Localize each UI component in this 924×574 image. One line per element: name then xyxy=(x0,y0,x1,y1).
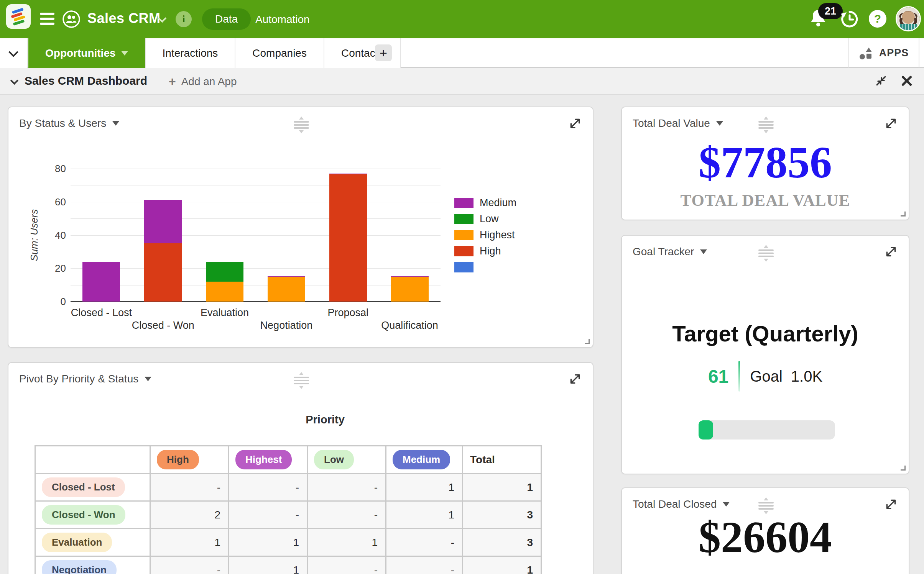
apps-icon xyxy=(859,47,875,60)
pivot-row-closed-won: Closed - Won2--13 xyxy=(35,501,541,529)
dropdown-triangle-icon xyxy=(145,377,151,381)
workspace-title[interactable]: Sales CRM xyxy=(87,10,161,26)
card-title: Total Deal Value xyxy=(633,117,710,130)
dropdown-triangle-icon xyxy=(112,121,119,126)
total-deal-value-title-dropdown[interactable]: Total Deal Value xyxy=(633,117,723,130)
pivot-header-row: HighHighestLowMediumTotal xyxy=(35,446,541,474)
expand-card-icon[interactable] xyxy=(568,116,582,130)
expand-card-icon[interactable] xyxy=(884,245,898,259)
dropdown-triangle-icon xyxy=(723,502,730,507)
user-avatar[interactable] xyxy=(896,6,921,31)
top-app-bar: Sales CRM i Data Automation 21 ? xyxy=(0,0,924,38)
dropdown-triangle-icon xyxy=(700,249,707,254)
table-tab-bar: OpportunitiesInteractionsCompaniesContac… xyxy=(0,38,924,68)
help-icon[interactable]: ? xyxy=(869,10,886,28)
expand-card-icon[interactable] xyxy=(884,497,898,511)
dashboard-collapse-chevron-icon[interactable] xyxy=(10,77,18,85)
status-pill: Negotiation xyxy=(42,560,117,574)
pivot-title-dropdown[interactable]: Pivot By Priority & Status xyxy=(19,373,151,385)
priority-pill: Low xyxy=(314,450,354,469)
resize-handle-icon[interactable] xyxy=(901,212,906,216)
bar-segment-highest-4 xyxy=(268,277,305,302)
history-icon[interactable] xyxy=(840,9,860,31)
bar-segment-highest-6 xyxy=(391,277,429,302)
legend-item: High xyxy=(454,246,516,256)
tab-interactions[interactable]: Interactions xyxy=(146,38,236,68)
pivot-value-cell: - xyxy=(150,556,229,574)
gridline xyxy=(71,218,441,219)
expand-card-icon[interactable] xyxy=(568,372,582,386)
pivot-corner-cell xyxy=(35,446,150,474)
pivot-value-cell: 1 xyxy=(150,529,229,556)
drag-handle-icon[interactable] xyxy=(758,245,774,262)
bar-segment-medium-2 xyxy=(144,200,182,243)
drag-handle-icon[interactable] xyxy=(758,116,774,133)
nav-data-button[interactable]: Data xyxy=(202,8,251,30)
tab-companies[interactable]: Companies xyxy=(235,38,324,68)
hamburger-menu-icon[interactable] xyxy=(40,11,55,26)
pivot-column-header-medium: Medium xyxy=(386,446,463,474)
tab-label: Interactions xyxy=(163,47,218,59)
pivot-row-label-cell: Closed - Lost xyxy=(35,474,150,501)
minimize-dashboard-icon[interactable] xyxy=(874,74,888,88)
x-axis-line xyxy=(71,301,441,302)
legend-item: Low xyxy=(454,214,516,224)
nav-automation-button[interactable]: Automation xyxy=(255,13,310,26)
by-status-users-title-dropdown[interactable]: By Status & Users xyxy=(19,117,119,130)
goal-tracker-title-dropdown[interactable]: Goal Tracker xyxy=(633,246,707,258)
pivot-column-header-low: Low xyxy=(307,446,386,474)
pivot-value-cell: - xyxy=(307,501,386,529)
x-axis-label: Evaluation xyxy=(201,307,249,319)
dashboard-header-bar: Sales CRM Dashboard + Add an App xyxy=(0,68,924,95)
total-deal-closed-title-dropdown[interactable]: Total Deal Closed xyxy=(633,498,730,510)
legend-item xyxy=(454,262,516,272)
pivot-total-cell: 3 xyxy=(463,501,541,529)
goal-tracker-card: Goal Tracker Target (Quarterly) 61 Goal … xyxy=(621,235,909,474)
priority-pill: Medium xyxy=(393,450,450,469)
status-pill: Closed - Won xyxy=(42,505,125,525)
total-deal-value-amount: $77856 xyxy=(622,137,909,188)
bar-segment-low-3 xyxy=(206,262,243,282)
stackby-logo-icon xyxy=(8,7,28,26)
card-title: Total Deal Closed xyxy=(633,498,717,510)
total-deal-value-card: Total Deal Value $77856 TOTAL DEAL VALUE xyxy=(621,107,909,220)
x-axis-label: Proposal xyxy=(327,307,368,319)
pivot-value-cell: - xyxy=(229,501,307,529)
drag-handle-icon[interactable] xyxy=(294,372,309,389)
pivot-table: HighHighestLowMediumTotalClosed - Lost--… xyxy=(35,445,542,574)
plus-icon: + xyxy=(169,74,176,89)
gridline xyxy=(71,285,441,285)
tab-list-chevron[interactable] xyxy=(0,38,28,68)
expand-card-icon[interactable] xyxy=(884,116,898,130)
drag-handle-icon[interactable] xyxy=(294,116,309,133)
goal-progress-fill xyxy=(699,420,713,440)
pivot-column-header-high: High xyxy=(150,446,229,474)
legend-swatch xyxy=(454,230,474,240)
resize-handle-icon[interactable] xyxy=(585,339,590,344)
pivot-row-negotiation: Negotiation-1--1 xyxy=(35,556,541,574)
pivot-value-cell: 1 xyxy=(229,529,307,556)
add-table-button[interactable]: + xyxy=(375,44,392,61)
legend-item: Highest xyxy=(454,230,516,240)
x-axis-label: Qualification xyxy=(381,320,438,331)
notification-count-badge: 21 xyxy=(818,3,843,19)
pivot-row-closed-lost: Closed - Lost---11 xyxy=(35,474,541,501)
legend-label: High xyxy=(480,245,501,257)
pivot-priority-status-card: Pivot By Priority & Status Priority High… xyxy=(8,362,594,574)
card-title: Pivot By Priority & Status xyxy=(19,373,138,385)
pivot-value-cell: - xyxy=(229,474,307,501)
add-an-app-button[interactable]: + Add an App xyxy=(169,74,237,89)
tab-label: Opportunities xyxy=(45,47,116,59)
total-deal-closed-amount: $26604 xyxy=(622,512,909,563)
info-icon[interactable]: i xyxy=(176,11,192,27)
x-axis-label: Closed - Lost xyxy=(71,307,132,319)
stackby-logo[interactable] xyxy=(6,4,31,29)
tab-opportunities[interactable]: Opportunities xyxy=(28,38,146,68)
pivot-row-label-cell: Negotiation xyxy=(35,556,150,574)
close-dashboard-icon[interactable] xyxy=(900,74,913,87)
apps-button[interactable]: APPS xyxy=(848,38,919,68)
legend-swatch xyxy=(454,262,474,272)
workspace-members-icon[interactable] xyxy=(62,10,81,30)
resize-handle-icon[interactable] xyxy=(901,466,906,471)
goal-heading: Target (Quarterly) xyxy=(622,321,909,346)
